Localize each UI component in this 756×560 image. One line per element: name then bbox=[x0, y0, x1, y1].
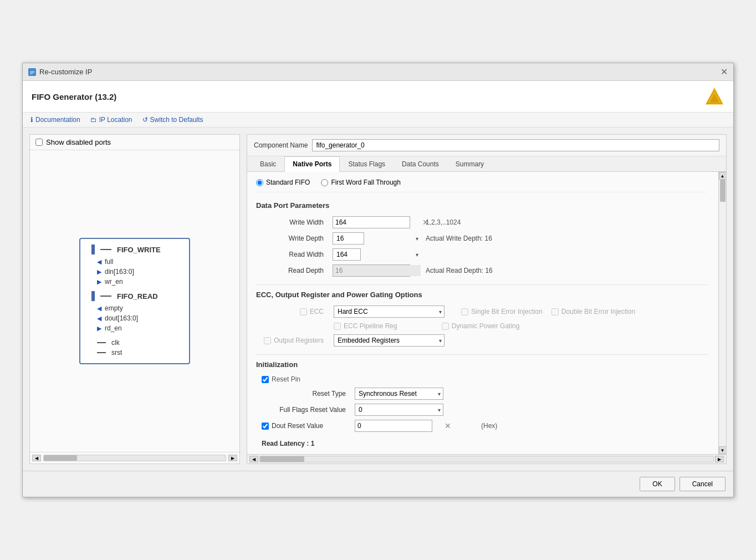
app-icon: IP bbox=[28, 68, 36, 76]
close-button[interactable]: ✕ bbox=[721, 67, 728, 77]
write-width-input-wrap: ✕ bbox=[333, 216, 410, 228]
dynamic-power-gating-label[interactable]: Dynamic Power Gating bbox=[442, 322, 520, 330]
arrow-in-icon: ▶ bbox=[97, 268, 101, 276]
tab-status-flags[interactable]: Status Flags bbox=[340, 156, 394, 172]
bottom-scrollbar: ◀ ▶ bbox=[247, 454, 726, 464]
read-width-select[interactable]: 164 128 64 32 bbox=[333, 248, 361, 261]
port-empty: ◀ empty bbox=[91, 303, 178, 313]
switch-defaults-link[interactable]: ↺ Switch to Defaults bbox=[142, 116, 203, 124]
single-bit-error-label[interactable]: Single Bit Error Injection bbox=[461, 308, 543, 315]
write-depth-select-wrap: 16 32 64 128 256 512 1024 bbox=[333, 232, 421, 245]
scroll-track-bottom[interactable] bbox=[259, 456, 714, 462]
tab-summary[interactable]: Summary bbox=[447, 156, 492, 172]
output-registers-label[interactable]: Output Registers bbox=[264, 337, 324, 344]
single-bit-error-checkbox[interactable] bbox=[461, 308, 468, 315]
output-registers-text: Output Registers bbox=[274, 337, 324, 344]
documentation-label: Documentation bbox=[35, 116, 80, 124]
ip-location-label: IP Location bbox=[99, 116, 132, 124]
write-group-label: FIFO_WRITE bbox=[117, 246, 161, 254]
read-latency-label: Read Latency : 1 bbox=[256, 440, 707, 447]
component-name-row: Component Name bbox=[247, 135, 726, 156]
bus-icon-write bbox=[91, 245, 95, 254]
scroll-down-button[interactable]: ▼ bbox=[719, 446, 727, 454]
arrow-in-icon-2: ▶ bbox=[97, 278, 101, 286]
ok-button[interactable]: OK bbox=[640, 477, 675, 491]
header: FIFO Generator (13.2) bbox=[23, 81, 733, 113]
scroll-left-arrow-bottom[interactable]: ◀ bbox=[249, 456, 258, 462]
ecc-checkbox-label[interactable]: ECC bbox=[300, 308, 324, 315]
read-depth-actual: Actual Read Depth: 16 bbox=[426, 267, 707, 274]
ecc-label: ECC bbox=[310, 308, 324, 315]
double-bit-error-text: Double Bit Error Injection bbox=[561, 308, 635, 315]
scroll-track[interactable] bbox=[43, 455, 226, 461]
tabs-bar: Basic Native Ports Status Flags Data Cou… bbox=[247, 156, 726, 172]
ecc-type-select[interactable]: Hard ECC Soft ECC No ECC bbox=[334, 306, 445, 318]
write-width-label: Write Width bbox=[256, 218, 328, 226]
first-word-fall-through-option[interactable]: First Word Fall Through bbox=[321, 179, 401, 186]
reset-pin-label[interactable]: Reset Pin bbox=[262, 375, 300, 383]
documentation-link[interactable]: ℹ Documentation bbox=[30, 116, 80, 124]
dout-reset-input-wrap: ✕ bbox=[355, 420, 432, 432]
main-content: Show disabled ports FIFO_WRITE ◀ full bbox=[23, 128, 733, 471]
read-depth-label: Read Depth bbox=[256, 267, 328, 274]
standard-fifo-option[interactable]: Standard FIFO bbox=[256, 179, 310, 186]
arrow-in-icon-3: ▶ bbox=[97, 325, 101, 332]
output-registers-checkbox[interactable] bbox=[264, 337, 271, 344]
component-diagram-area: FIFO_WRITE ◀ full ▶ din[163:0] ▶ wr_en bbox=[30, 150, 239, 452]
ecc-pipeline-checkbox[interactable] bbox=[334, 323, 341, 330]
first-word-radio[interactable] bbox=[321, 179, 328, 186]
data-port-section-header: Data Port Parameters bbox=[256, 201, 707, 210]
reset-type-label: Reset Type bbox=[262, 390, 350, 398]
first-word-label: First Word Fall Through bbox=[331, 179, 401, 186]
dout-reset-label: Dout Reset Value bbox=[272, 422, 323, 430]
dynamic-power-text: Dynamic Power Gating bbox=[452, 322, 520, 330]
output-reg-select[interactable]: Embedded Registers Fabric Registers No R… bbox=[334, 334, 445, 347]
tab-content-native-ports: Standard FIFO First Word Fall Through Da… bbox=[247, 172, 718, 454]
component-name-input[interactable] bbox=[312, 139, 719, 151]
vertical-scrollbar: ▲ ▼ bbox=[718, 172, 726, 454]
ecc-checkbox[interactable] bbox=[300, 308, 307, 315]
standard-fifo-radio[interactable] bbox=[256, 179, 263, 186]
write-width-hint: 1,2,3,..1024 bbox=[426, 218, 707, 226]
full-flags-reset-select[interactable]: 0 1 bbox=[355, 404, 443, 416]
toolbar: ℹ Documentation 🗀 IP Location ↺ Switch t… bbox=[23, 113, 733, 128]
title-bar: IP Re-customize IP ✕ bbox=[23, 63, 733, 81]
standard-fifo-label: Standard FIFO bbox=[266, 179, 310, 186]
folder-icon: 🗀 bbox=[90, 116, 97, 124]
scroll-up-button[interactable]: ▲ bbox=[719, 172, 727, 180]
reset-type-select-wrap: Synchronous Reset Asynchronous Reset bbox=[355, 388, 443, 400]
dout-reset-hint: (Hex) bbox=[481, 422, 707, 430]
write-width-input[interactable] bbox=[333, 217, 421, 228]
tab-data-counts[interactable]: Data Counts bbox=[394, 156, 447, 172]
arrow-out-icon-3: ◀ bbox=[97, 315, 101, 322]
dout-reset-input[interactable] bbox=[355, 420, 443, 431]
reset-type-select[interactable]: Synchronous Reset Asynchronous Reset bbox=[355, 388, 443, 400]
dout-reset-clear-btn[interactable]: ✕ bbox=[443, 422, 453, 430]
write-depth-select[interactable]: 16 32 64 128 256 512 1024 bbox=[333, 232, 364, 245]
component-diagram: FIFO_WRITE ◀ full ▶ din[163:0] ▶ wr_en bbox=[79, 238, 190, 364]
cancel-button[interactable]: Cancel bbox=[680, 477, 726, 491]
port-full: ◀ full bbox=[91, 257, 178, 267]
ip-location-link[interactable]: 🗀 IP Location bbox=[90, 116, 132, 124]
dynamic-power-checkbox[interactable] bbox=[442, 323, 449, 330]
reset-pin-checkbox[interactable] bbox=[262, 376, 269, 383]
double-bit-error-label[interactable]: Double Bit Error Injection bbox=[551, 308, 635, 315]
scroll-left-arrow[interactable]: ◀ bbox=[32, 455, 41, 461]
read-width-label: Read Width bbox=[256, 251, 328, 258]
read-port-group: FIFO_READ ◀ empty ◀ dout[163:0] ▶ rd_e bbox=[91, 291, 178, 333]
show-disabled-ports-checkbox[interactable] bbox=[35, 139, 43, 146]
double-bit-error-checkbox[interactable] bbox=[551, 308, 559, 315]
ecc-pipeline-reg-label[interactable]: ECC Pipeline Reg bbox=[334, 322, 397, 330]
left-panel-toolbar: Show disabled ports bbox=[30, 135, 239, 150]
dout-reset-checkbox[interactable] bbox=[262, 422, 269, 430]
read-depth-input bbox=[333, 265, 421, 276]
scroll-right-arrow-bottom[interactable]: ▶ bbox=[715, 456, 724, 462]
ecc-pipeline-text: ECC Pipeline Reg bbox=[344, 322, 397, 330]
info-icon: ℹ bbox=[30, 116, 33, 124]
tab-basic[interactable]: Basic bbox=[252, 156, 284, 172]
read-width-select-wrap: 164 128 64 32 bbox=[333, 248, 421, 261]
tab-native-ports[interactable]: Native Ports bbox=[284, 156, 340, 172]
show-disabled-ports-label: Show disabled ports bbox=[46, 138, 111, 146]
scroll-right-arrow[interactable]: ▶ bbox=[228, 455, 237, 461]
refresh-icon: ↺ bbox=[142, 116, 148, 124]
